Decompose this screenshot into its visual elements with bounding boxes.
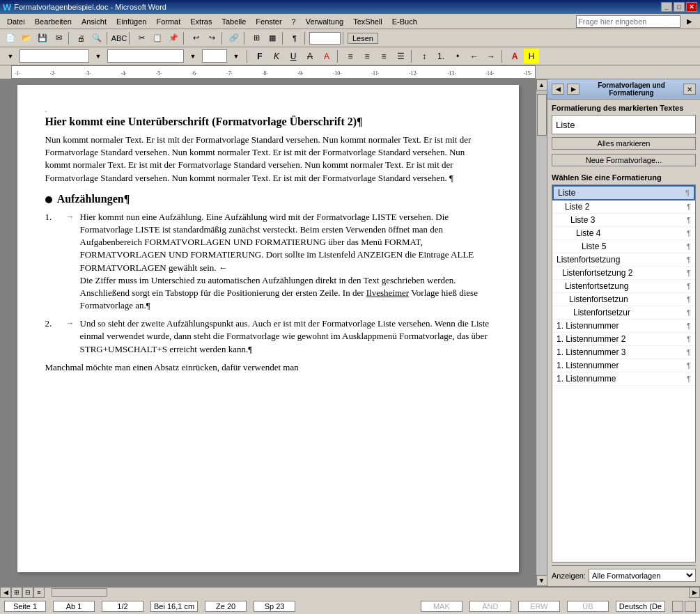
format-item-listenforts5[interactable]: Listenfortsetzur ¶ bbox=[552, 306, 695, 320]
hscroll-right-button[interactable]: ▶ bbox=[689, 587, 700, 598]
style-icon[interactable]: ▼ bbox=[3, 49, 18, 63]
neue-formatvorlage-button[interactable]: Neue Formatvorlage... bbox=[552, 154, 696, 166]
decrease-indent-button[interactable]: ← bbox=[467, 49, 482, 63]
align-left-button[interactable]: ≡ bbox=[343, 49, 358, 63]
menu-datei[interactable]: Datei bbox=[3, 16, 29, 27]
menu-help[interactable]: ? bbox=[288, 16, 300, 27]
format-item-listenf2[interactable]: Listenfortsetzung 2 ¶ bbox=[552, 267, 695, 280]
format-item-liste5[interactable]: Liste 5 ¶ bbox=[552, 240, 695, 253]
menu-tabelle[interactable]: Tabelle bbox=[217, 16, 250, 27]
save-button[interactable]: 💾 bbox=[35, 31, 50, 45]
font-color-button[interactable]: A bbox=[507, 49, 522, 63]
menu-format[interactable]: Format bbox=[152, 16, 185, 27]
format-item-listenf3[interactable]: Listenfortsetzung ¶ bbox=[552, 280, 695, 293]
format-item-listnum3[interactable]: 1. Listennummer 3 ¶ bbox=[552, 346, 695, 359]
highlight-button[interactable]: H bbox=[524, 49, 539, 63]
columns-button[interactable]: ▦ bbox=[265, 31, 280, 45]
redo-button[interactable]: ↪ bbox=[204, 31, 219, 45]
format-item-liste4[interactable]: Liste 4 ¶ bbox=[552, 227, 695, 240]
printpreview-button[interactable]: 🔍 bbox=[89, 31, 104, 45]
format-item-listnum2[interactable]: 1. Listennummer 2 ¶ bbox=[552, 333, 695, 346]
increase-indent-button[interactable]: → bbox=[483, 49, 499, 63]
hscroll-track[interactable] bbox=[45, 587, 689, 598]
print-button[interactable]: 🖨 bbox=[73, 31, 88, 45]
scroll-up-button[interactable]: ▲ bbox=[536, 79, 547, 90]
list-item-2: 2. → Und so sieht der zweite Aufzählungs… bbox=[45, 317, 491, 356]
panel-close-button[interactable]: ✕ bbox=[683, 84, 696, 95]
show-para-button[interactable]: ¶ bbox=[287, 31, 302, 45]
partial-text: Manchmal möchte man einen Absatz einrück… bbox=[45, 362, 299, 372]
numbering-button[interactable]: 1. bbox=[433, 49, 449, 63]
scroll-down-button[interactable]: ▼ bbox=[536, 575, 547, 586]
web-view-button[interactable]: ⊟ bbox=[22, 587, 33, 598]
scroll-track[interactable] bbox=[536, 90, 547, 575]
format-item-listnum[interactable]: 1. Listennummer ¶ bbox=[552, 320, 695, 333]
color-button[interactable]: A bbox=[319, 49, 334, 63]
undo-button[interactable]: ↩ bbox=[188, 31, 203, 45]
menu-texshell[interactable]: TexShell bbox=[349, 16, 387, 27]
panel-back-button[interactable]: ◀ bbox=[552, 84, 564, 95]
new-button[interactable]: 📄 bbox=[3, 31, 18, 45]
format-item-listnum4[interactable]: 1. Listennummer ¶ bbox=[552, 359, 695, 372]
size-dropdown-icon[interactable]: ▼ bbox=[228, 49, 244, 63]
format-item-liste2[interactable]: Liste 2 ¶ bbox=[552, 200, 695, 214]
table-button[interactable]: ⊞ bbox=[249, 31, 264, 45]
email-button[interactable]: ✉ bbox=[51, 31, 66, 45]
fmt-sep-2 bbox=[337, 50, 340, 63]
anzeigen-select[interactable]: Alle Formatvorlagen bbox=[589, 569, 696, 582]
hscroll-thumb[interactable] bbox=[52, 588, 107, 597]
alles-markieren-button[interactable]: Alles markieren bbox=[552, 137, 696, 150]
cut-button[interactable]: ✂ bbox=[134, 31, 149, 45]
zoom-input[interactable]: 113% bbox=[309, 32, 341, 45]
align-center-button[interactable]: ≡ bbox=[359, 49, 375, 63]
paste-button[interactable]: 📌 bbox=[166, 31, 181, 45]
align-right-button[interactable]: ≡ bbox=[376, 49, 391, 63]
page-view-button[interactable]: ⊞ bbox=[11, 587, 22, 598]
hyperlink-button[interactable]: 🔗 bbox=[226, 31, 242, 45]
minimize-button[interactable]: _ bbox=[661, 2, 672, 12]
aufz-bullet-icon bbox=[45, 196, 52, 203]
ruler: ·1··2··3··4··5· ·6··7··8··9··10· ·11··12… bbox=[0, 65, 700, 79]
menu-ansicht[interactable]: Ansicht bbox=[77, 16, 111, 27]
linespacing-button[interactable]: ↕ bbox=[417, 49, 432, 63]
format-list[interactable]: Liste ¶ Liste 2 ¶ Liste 3 ¶ Liste 4 ¶ bbox=[552, 184, 696, 562]
menu-einfuegen[interactable]: Einfügen bbox=[112, 16, 150, 27]
copy-button[interactable]: 📋 bbox=[150, 31, 165, 45]
format-item-listenforts4[interactable]: Listenfortsetzun ¶ bbox=[552, 293, 695, 306]
panel-forward-button[interactable]: ▶ bbox=[567, 84, 580, 95]
format-item-listnume[interactable]: 1. Listennumme ¶ bbox=[552, 372, 695, 386]
fontsize-input[interactable]: 12 bbox=[202, 49, 227, 63]
menu-bearbeiten[interactable]: Bearbeiten bbox=[31, 16, 76, 27]
font-input[interactable]: Verdana bbox=[107, 49, 184, 63]
format-item-liste3[interactable]: Liste 3 ¶ bbox=[552, 214, 695, 227]
lesen-button[interactable]: Lesen bbox=[348, 33, 378, 44]
menu-fenster[interactable]: Fenster bbox=[251, 16, 286, 27]
search-input[interactable] bbox=[576, 15, 680, 28]
style-input[interactable]: Liste bbox=[20, 49, 89, 63]
bold-button[interactable]: F bbox=[252, 49, 267, 63]
close-button[interactable]: ✕ bbox=[686, 2, 697, 12]
search-arrow-icon[interactable]: ▶ bbox=[682, 14, 697, 29]
outline-view-button[interactable]: ≡ bbox=[33, 587, 45, 598]
style-dropdown-icon[interactable]: ▼ bbox=[91, 49, 106, 63]
menu-ebuch[interactable]: E-Buch bbox=[388, 16, 421, 27]
open-button[interactable]: 📂 bbox=[19, 31, 34, 45]
format-pilcrow-14: ¶ bbox=[687, 361, 691, 370]
hscroll-left-button[interactable]: ◀ bbox=[0, 587, 11, 598]
bullets-button[interactable]: • bbox=[450, 49, 465, 63]
vertical-scrollbar[interactable]: ▲ ▼ bbox=[536, 79, 547, 586]
document-area[interactable]: · Hier kommt eine Unterüberschrift (Form… bbox=[0, 79, 536, 586]
menu-extras[interactable]: Extras bbox=[186, 16, 216, 27]
italic-button[interactable]: K bbox=[269, 49, 284, 63]
format-item-liste[interactable]: Liste ¶ bbox=[552, 185, 695, 200]
align-justify-button[interactable]: ☰ bbox=[393, 49, 408, 63]
font-dropdown-icon[interactable]: ▼ bbox=[185, 49, 201, 63]
spellcheck-button[interactable]: ABC bbox=[111, 31, 127, 45]
format-pilcrow-15: ¶ bbox=[687, 375, 691, 383]
maximize-button[interactable]: □ bbox=[674, 2, 685, 12]
scroll-thumb[interactable] bbox=[537, 94, 547, 136]
menu-verwaltung[interactable]: Verwaltung bbox=[302, 16, 348, 27]
strikethrough-button[interactable]: A bbox=[302, 49, 318, 63]
format-item-listenf[interactable]: Listenfortsetzung ¶ bbox=[552, 253, 695, 267]
underline-button[interactable]: U bbox=[286, 49, 301, 63]
